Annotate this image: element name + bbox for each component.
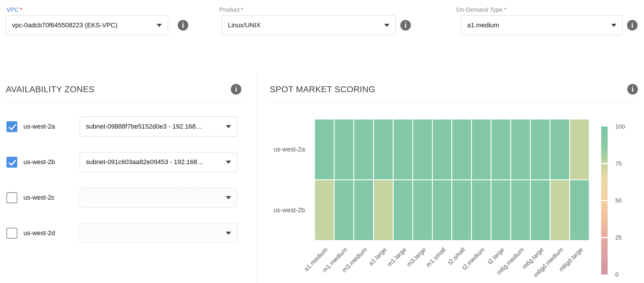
panel-divider [257,71,257,283]
az-subnet-select-us-west-2b[interactable]: subnet-091c603aa82e09453 - 192.168… [80,152,237,172]
product-info-icon[interactable]: i [400,20,411,31]
product-label-text: Product [219,6,240,13]
colorbar-gap [601,163,608,164]
heatmap-cell [335,180,353,240]
on-demand-type-label: On-Demand Type* [456,6,506,13]
az-rows: us-west-2asubnet-09888f7be5152d0e3 - 192… [6,117,245,259]
colorbar-tick-label: 0 [615,271,618,278]
az-subnet-select-us-west-2d[interactable] [80,223,237,243]
page: VPC* vpc-0adcb70f645508223 (EKS-VPC) i P… [0,0,644,283]
product-select-value: Linux/UNIX [228,21,380,29]
heatmap-cell [452,119,471,179]
chevron-down-icon [157,24,162,27]
az-subnet-select-us-west-2c[interactable] [80,188,237,208]
heatmap-col-label: m3.large [406,246,427,268]
az-row: us-west-2asubnet-09888f7be5152d0e3 - 192… [6,117,245,137]
product-select[interactable]: Linux/UNIX [222,15,396,35]
az-zone-label: us-west-2b [23,158,80,166]
on-demand-type-select-value: a1.medium [467,21,607,29]
heatmap-cell [570,180,589,240]
colorbar-tick-label: 100 [615,123,625,130]
heatmap-cell [394,119,412,179]
az-zone-label: us-west-2c [23,194,80,201]
heatmap [315,119,589,240]
product-required-asterisk: * [241,6,243,13]
heatmap-cell [472,180,491,240]
heatmap-cell [413,180,432,240]
colorbar-tick-label: 75 [615,160,622,167]
heatmap-cell [531,119,550,179]
chevron-down-icon [226,196,231,199]
heatmap-cell [492,119,510,179]
heatmap-cell [413,119,432,179]
az-checkbox-us-west-2b[interactable] [6,157,17,168]
az-subnet-value: subnet-091c603aa82e09453 - 192.168… [86,158,222,166]
heatmap-row-label: us-west-2a [255,145,305,154]
az-checkbox-us-west-2d[interactable] [6,228,17,239]
az-row: us-west-2bsubnet-091c603aa82e09453 - 192… [6,152,245,172]
heatmap-cell [492,180,510,240]
availability-zones-info-icon[interactable]: i [231,84,241,95]
spot-market-scoring-info-icon[interactable]: i [627,84,638,95]
heatmap-cell [550,119,569,179]
vpc-info-icon[interactable]: i [178,20,188,31]
colorbar-tick-label: 25 [615,234,622,241]
heatmap-row-label: us-west-2b [255,206,305,214]
on-demand-type-required-asterisk: * [504,6,506,13]
colorbar-gap [601,237,608,238]
heatmap-cell [433,180,452,240]
spot-market-scoring-divider [269,103,638,103]
heatmap-cell [335,119,353,179]
az-zone-label: us-west-2d [23,229,80,237]
vpc-select-value: vpc-0adcb70f645508223 (EKS-VPC) [12,21,152,29]
chevron-down-icon [226,232,231,235]
vpc-required-asterisk: * [20,6,22,13]
heatmap-cell [511,180,530,240]
heatmap-cell [550,180,569,240]
vpc-label: VPC* [6,6,22,13]
heatmap-col-label: m1.small [425,246,447,268]
heatmap-col-label: m1.large [386,246,407,268]
chevron-down-icon [226,125,231,128]
heatmap-col-label: t2.small [447,246,466,266]
heatmap-cell [354,119,373,179]
az-checkbox-us-west-2c[interactable] [6,192,17,203]
heatmap-cell [531,180,550,240]
heatmap-cell [511,119,530,179]
heatmap-cell [433,119,452,179]
availability-zones-divider [6,103,245,103]
heatmap-cell [394,180,412,240]
heatmap-cell [374,180,393,240]
on-demand-type-info-icon[interactable]: i [627,20,638,31]
availability-zones-title: AVAILABILITY ZONES [6,85,94,94]
heatmap-col-label: t2.large [487,246,506,265]
heatmap-col-label: a1.large [367,246,388,267]
chevron-down-icon [226,161,231,164]
vpc-select[interactable]: vpc-0adcb70f645508223 (EKS-VPC) [6,15,168,35]
colorbar-tick-label: 50 [615,197,622,204]
spot-market-scoring-title: SPOT MARKET SCORING [270,85,375,94]
az-row: us-west-2c [6,188,245,208]
az-zone-label: us-west-2a [23,123,80,130]
heatmap-cell [315,119,334,179]
product-label: Product* [219,6,243,13]
chevron-down-icon [611,24,616,27]
az-row: us-west-2d [6,223,245,243]
heatmap-cell [472,119,491,179]
on-demand-type-select[interactable]: a1.medium [461,15,623,35]
heatmap-cell [354,180,373,240]
heatmap-cell [315,180,334,240]
heatmap-cell [374,119,393,179]
heatmap-cell [570,119,589,179]
on-demand-type-label-text: On-Demand Type [456,6,503,13]
heatmap-cell [452,180,471,240]
az-subnet-select-us-west-2a[interactable]: subnet-09888f7be5152d0e3 - 192.168… [80,117,237,137]
az-checkbox-us-west-2a[interactable] [6,121,17,132]
colorbar-gap [601,200,608,201]
az-subnet-value: subnet-09888f7be5152d0e3 - 192.168… [86,123,222,130]
chevron-down-icon [384,24,389,27]
vpc-label-text: VPC [6,6,18,13]
